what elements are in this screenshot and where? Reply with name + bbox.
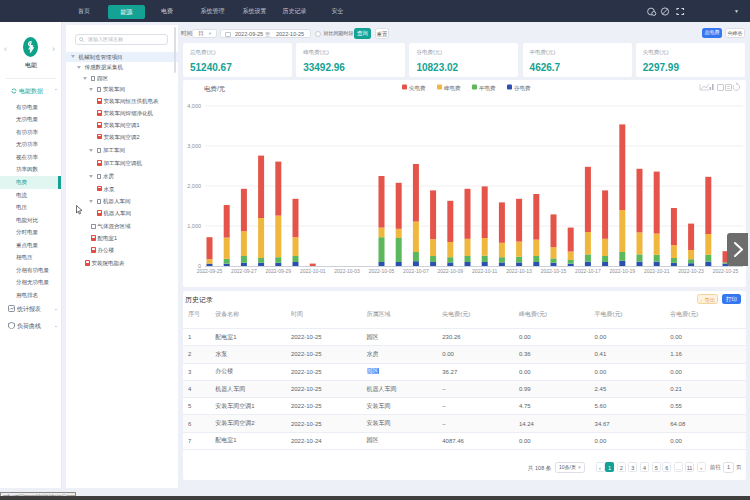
svg-text:2022-09-25: 2022-09-25 bbox=[197, 268, 223, 274]
svg-text:2022-10-19: 2022-10-19 bbox=[610, 268, 636, 274]
svg-text:平电费: 平电费 bbox=[479, 85, 496, 91]
svg-text:尖电费: 尖电费 bbox=[409, 85, 426, 91]
svg-text:4,000: 4,000 bbox=[187, 103, 201, 109]
svg-text:2022-10-21: 2022-10-21 bbox=[644, 268, 670, 274]
svg-text:2,000: 2,000 bbox=[187, 183, 201, 189]
svg-text:2022-10-13: 2022-10-13 bbox=[506, 268, 532, 274]
svg-text:1,000: 1,000 bbox=[187, 223, 201, 229]
svg-text:2022-10-23: 2022-10-23 bbox=[678, 268, 704, 274]
svg-text:2022-10-15: 2022-10-15 bbox=[541, 268, 567, 274]
svg-text:谷电费: 谷电费 bbox=[514, 85, 531, 91]
svg-text:电费/元: 电费/元 bbox=[204, 85, 226, 92]
svg-text:2022-10-03: 2022-10-03 bbox=[334, 268, 360, 274]
svg-text:2022-09-27: 2022-09-27 bbox=[231, 268, 257, 274]
svg-text:2022-10-05: 2022-10-05 bbox=[369, 268, 395, 274]
svg-text:2022-10-07: 2022-10-07 bbox=[403, 268, 429, 274]
svg-text:2022-10-01: 2022-10-01 bbox=[300, 268, 326, 274]
svg-text:2022-10-11: 2022-10-11 bbox=[472, 268, 497, 274]
svg-text:2022-10-17: 2022-10-17 bbox=[575, 268, 601, 274]
svg-text:峰电费: 峰电费 bbox=[444, 85, 461, 91]
svg-text:3,000: 3,000 bbox=[187, 143, 201, 149]
svg-text:2022-10-09: 2022-10-09 bbox=[438, 268, 464, 274]
svg-text:2022-09-29: 2022-09-29 bbox=[266, 268, 292, 274]
svg-text:2022-10-25: 2022-10-25 bbox=[713, 268, 739, 274]
